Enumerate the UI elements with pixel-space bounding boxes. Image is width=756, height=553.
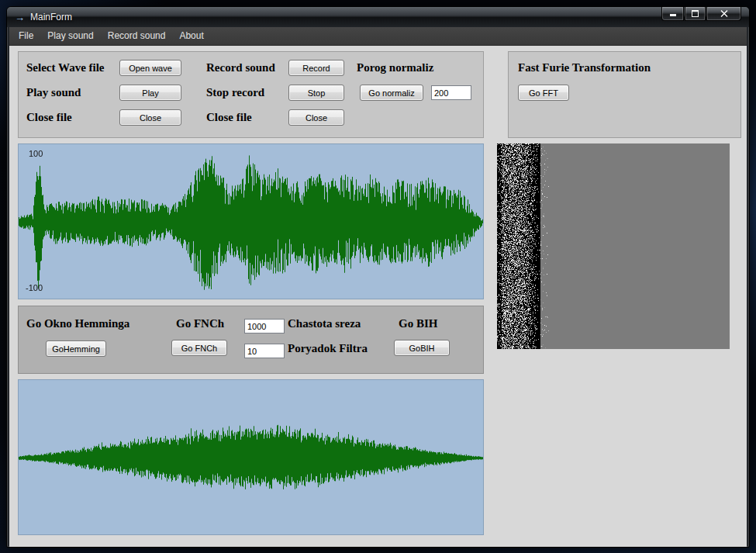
label-record-sound: Record sound bbox=[206, 61, 275, 74]
caption-buttons bbox=[661, 7, 741, 21]
waveform-panel-filtered bbox=[18, 379, 484, 535]
label-play-sound: Play sound bbox=[26, 86, 81, 99]
label-chastota-sreza: Chastota sreza bbox=[288, 317, 361, 330]
window-title: MainForm bbox=[30, 12, 72, 22]
label-close-file-2: Close file bbox=[206, 111, 252, 124]
label-close-file-1: Close file bbox=[26, 111, 72, 124]
go-hemming-button[interactable]: GoHemming bbox=[46, 340, 106, 357]
go-fnch-button[interactable]: Go FNCh bbox=[171, 340, 227, 356]
fft-display-panel bbox=[497, 143, 730, 349]
label-stop-record: Stop record bbox=[206, 86, 264, 99]
fft-panel: Fast Furie Transformation Go FFT bbox=[508, 51, 741, 138]
go-bih-button[interactable]: GoBIH bbox=[394, 340, 450, 356]
main-window: MainForm File Play sound Record sound Ab… bbox=[6, 6, 750, 548]
label-fft-title: Fast Furie Transformation bbox=[518, 61, 651, 74]
menubar: File Play sound Record sound About bbox=[9, 27, 747, 46]
label-porog-normaliz: Porog normaliz bbox=[357, 61, 433, 74]
waveform-panel-original: 100 -100 bbox=[18, 143, 484, 299]
close-file-button[interactable]: Close bbox=[119, 109, 181, 126]
close-icon bbox=[720, 10, 728, 17]
axis-max-label: 100 bbox=[29, 149, 43, 158]
label-poryadok-filtra: Poryadok Filtra bbox=[288, 342, 368, 355]
label-okno-hemminga: Go Okno Hemminga bbox=[26, 317, 129, 330]
waveform-original bbox=[19, 144, 483, 299]
record-button[interactable]: Record bbox=[288, 60, 344, 76]
close-button[interactable] bbox=[706, 7, 741, 21]
open-wave-button[interactable]: Open wave bbox=[119, 60, 181, 76]
label-go-fnch: Go FNCh bbox=[176, 317, 224, 330]
fft-spectrogram bbox=[497, 143, 730, 349]
waveform-filtered bbox=[19, 380, 483, 534]
filter-order-input[interactable] bbox=[244, 344, 285, 358]
controls-panel: Select Wave file Play sound Close file O… bbox=[18, 51, 484, 138]
label-go-bih: Go BIH bbox=[399, 317, 437, 330]
app-icon bbox=[14, 12, 26, 23]
go-fft-button[interactable]: Go FFT bbox=[518, 85, 569, 101]
menu-play-sound[interactable]: Play sound bbox=[40, 27, 100, 45]
filter-panel: Go Okno Hemminga GoHemming Go FNCh Go FN… bbox=[18, 306, 484, 374]
maximize-button[interactable] bbox=[685, 7, 706, 21]
play-button[interactable]: Play bbox=[119, 85, 181, 101]
close-record-button[interactable]: Close bbox=[288, 109, 344, 126]
go-normaliz-button[interactable]: Go normaliz bbox=[360, 85, 423, 101]
stop-button[interactable]: Stop bbox=[288, 85, 344, 101]
desktop: { "window": { "title": "MainForm" }, "me… bbox=[0, 0, 756, 553]
cutoff-frequency-input[interactable] bbox=[244, 319, 285, 334]
menu-file[interactable]: File bbox=[9, 27, 40, 45]
menu-record-sound[interactable]: Record sound bbox=[101, 27, 173, 45]
label-select-wave-file: Select Wave file bbox=[26, 61, 105, 74]
minimize-button[interactable] bbox=[661, 7, 684, 21]
menu-about[interactable]: About bbox=[172, 27, 210, 45]
titlebar[interactable]: MainForm bbox=[7, 7, 749, 27]
axis-min-label: -100 bbox=[26, 283, 43, 292]
normaliz-threshold-input[interactable] bbox=[431, 85, 471, 100]
maximize-icon bbox=[692, 10, 699, 17]
minimize-icon bbox=[670, 14, 676, 16]
client-area: Select Wave file Play sound Close file O… bbox=[9, 46, 747, 547]
